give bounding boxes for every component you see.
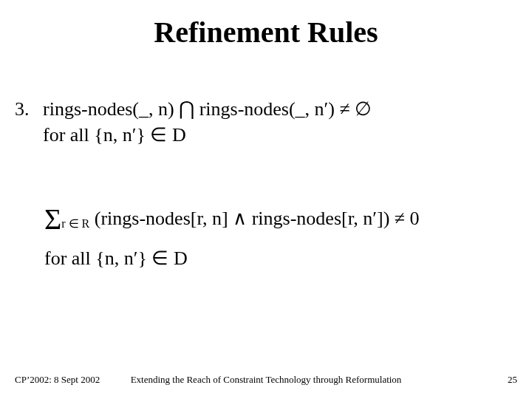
rule-line-1: rings-nodes(_, n) ⋂ rings-nodes(_, n′) ≠… bbox=[43, 96, 517, 122]
summation-expression: (rings-nodes[r, n] ∧ rings-nodes[r, n′])… bbox=[89, 208, 419, 229]
footer-left: CP’2002: 8 Sept 2002 bbox=[15, 374, 100, 386]
sigma-subscript: r ∈ R bbox=[61, 217, 89, 230]
slide-title: Refinement Rules bbox=[0, 15, 532, 50]
sigma-symbol: Σ bbox=[44, 202, 61, 236]
rule-content: rings-nodes(_, n) ⋂ rings-nodes(_, n′) ≠… bbox=[43, 96, 517, 148]
summation-block: Σr ∈ R (rings-nodes[r, n] ∧ rings-nodes[… bbox=[44, 200, 517, 271]
rule-item: 3. rings-nodes(_, n) ⋂ rings-nodes(_, n′… bbox=[15, 96, 517, 148]
footer-right: 25 bbox=[508, 374, 517, 386]
rule-number: 3. bbox=[15, 96, 43, 122]
summation-condition: for all {n, n′} ∈ D bbox=[44, 245, 517, 271]
slide-body: 3. rings-nodes(_, n) ⋂ rings-nodes(_, n′… bbox=[15, 96, 517, 271]
summation-line: Σr ∈ R (rings-nodes[r, n] ∧ rings-nodes[… bbox=[44, 200, 517, 239]
rule-line-2: for all {n, n′} ∈ D bbox=[43, 122, 517, 148]
slide-footer: CP’2002: 8 Sept 2002 Extending the Reach… bbox=[15, 374, 517, 386]
